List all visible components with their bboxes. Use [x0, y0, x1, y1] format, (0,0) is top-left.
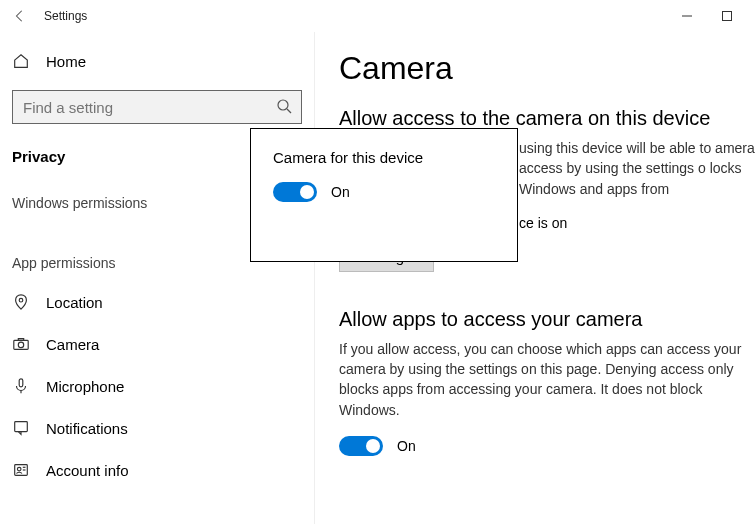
- sidebar-item-label: Microphone: [46, 378, 124, 395]
- sidebar-item-label: Camera: [46, 336, 99, 353]
- back-button[interactable]: [8, 4, 32, 28]
- search-icon: [276, 98, 292, 117]
- maximize-icon: [722, 11, 732, 21]
- apps-access-toggle-row: On: [339, 436, 755, 456]
- section-allow-apps-title: Allow apps to access your camera: [339, 308, 755, 331]
- minimize-button[interactable]: [667, 1, 707, 31]
- home-label: Home: [46, 53, 86, 70]
- camera-icon: [12, 335, 30, 353]
- svg-rect-1: [723, 12, 732, 21]
- apps-access-toggle-label: On: [397, 438, 416, 454]
- minimize-icon: [682, 11, 692, 21]
- svg-point-2: [278, 100, 288, 110]
- titlebar: Settings: [0, 0, 755, 32]
- main-content: Camera Allow access to the camera on thi…: [315, 32, 755, 524]
- sidebar: Home Privacy Windows permissions App per…: [0, 32, 315, 524]
- change-popup: Camera for this device On: [250, 128, 518, 262]
- window-title: Settings: [44, 9, 87, 23]
- device-camera-toggle-label: On: [331, 184, 350, 200]
- home-icon: [12, 52, 30, 70]
- location-icon: [12, 293, 30, 311]
- sidebar-item-notifications[interactable]: Notifications: [0, 407, 314, 449]
- section-allow-apps-body: If you allow access, you can choose whic…: [339, 339, 755, 420]
- section-allow-device-title: Allow access to the camera on this devic…: [339, 107, 755, 130]
- svg-rect-7: [18, 339, 23, 341]
- apps-access-toggle[interactable]: [339, 436, 383, 456]
- search-input[interactable]: [12, 90, 302, 124]
- sidebar-item-account-info[interactable]: Account info: [0, 449, 314, 491]
- search-box[interactable]: [12, 90, 302, 124]
- sidebar-item-label: Notifications: [46, 420, 128, 437]
- microphone-icon: [12, 377, 30, 395]
- svg-rect-10: [15, 422, 28, 432]
- home-nav[interactable]: Home: [0, 44, 314, 78]
- sidebar-item-label: Location: [46, 294, 103, 311]
- popup-title: Camera for this device: [273, 149, 495, 166]
- popup-toggle-row: On: [273, 182, 495, 202]
- maximize-button[interactable]: [707, 1, 747, 31]
- account-icon: [12, 461, 30, 479]
- svg-line-3: [287, 109, 291, 113]
- device-camera-toggle[interactable]: [273, 182, 317, 202]
- sidebar-item-camera[interactable]: Camera: [0, 323, 314, 365]
- svg-rect-8: [19, 379, 23, 387]
- svg-point-6: [18, 342, 23, 347]
- svg-point-12: [17, 467, 21, 471]
- arrow-left-icon: [13, 9, 27, 23]
- sidebar-item-location[interactable]: Location: [0, 281, 314, 323]
- svg-point-4: [19, 298, 23, 302]
- sidebar-item-microphone[interactable]: Microphone: [0, 365, 314, 407]
- notifications-icon: [12, 419, 30, 437]
- sidebar-item-label: Account info: [46, 462, 129, 479]
- page-title: Camera: [339, 50, 755, 87]
